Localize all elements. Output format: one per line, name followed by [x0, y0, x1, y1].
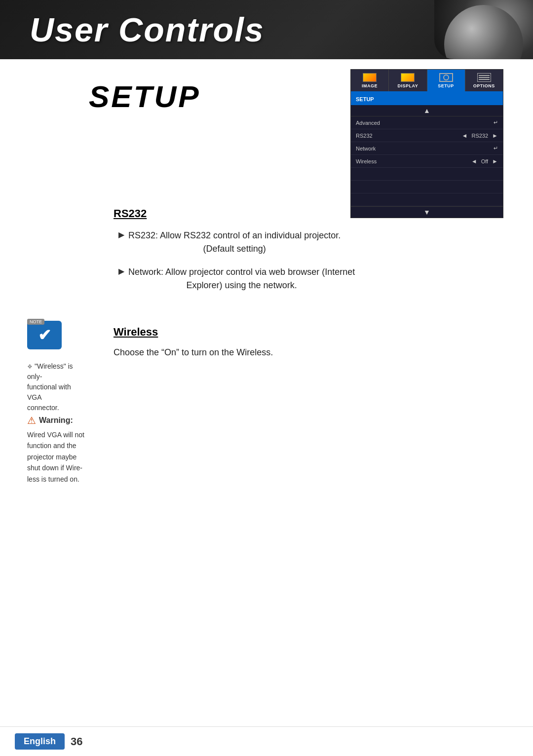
menu-item-empty-2	[351, 181, 503, 193]
menu-item-wireless-label: Wireless	[356, 158, 471, 164]
section-wireless: Wireless Choose the “On” to turn on the …	[114, 326, 503, 358]
tab-image[interactable]: IMAGE	[351, 70, 389, 91]
bullet-item-network: ▶ Network: Allow projector control via w…	[114, 265, 503, 292]
setup-tab-icon	[439, 73, 453, 82]
menu-item-advanced-label: Advanced	[356, 120, 494, 126]
note-check-icon: ✔	[38, 326, 51, 344]
rs232-arrow-left-icon: ◄	[462, 132, 468, 139]
tab-display-label: DISPLAY	[398, 83, 419, 88]
wireless-heading: Wireless	[114, 326, 503, 339]
bullet-text-rs232: RS232: Allow RS232 control of an individ…	[128, 229, 341, 256]
menu-item-rs232[interactable]: RS232 ◄ RS232 ►	[351, 129, 503, 142]
rs232-arrow-right-icon: ►	[492, 132, 498, 139]
menu-item-advanced[interactable]: Advanced ↵	[351, 116, 503, 129]
menu-item-advanced-enter: ↵	[494, 119, 498, 126]
note-text: ❖"Wireless" is only-functional with VGAc…	[27, 361, 86, 413]
menu-item-rs232-value: RS232	[471, 133, 488, 139]
bullet-arrow-rs232: ▶	[118, 230, 124, 239]
menu-up-arrow[interactable]: ▲	[351, 105, 503, 116]
footer-page-number: 36	[71, 735, 82, 748]
tab-image-label: IMAGE	[362, 83, 378, 88]
menu-item-network-enter: ↵	[494, 145, 498, 151]
options-tab-icon	[477, 73, 491, 82]
warning-text: Wired VGA will notfunction and theprojec…	[27, 429, 114, 485]
wireless-description: Choose the “On” to turn on the Wireless.	[114, 347, 273, 357]
note-badge: ✔	[27, 321, 62, 349]
menu-header-text: SETUP	[356, 96, 374, 102]
tab-setup-label: SETUP	[438, 83, 454, 88]
menu-item-network[interactable]: Network ↵	[351, 142, 503, 155]
menu-item-empty-1	[351, 168, 503, 181]
bullet-item-rs232: ▶ RS232: Allow RS232 control of an indiv…	[114, 229, 503, 256]
section-rs232: RS232 ▶ RS232: Allow RS232 control of an…	[114, 207, 503, 302]
menu-item-network-label: Network	[356, 146, 494, 151]
menu-ui: IMAGE DISPLAY SETUP OPTIONS	[350, 69, 503, 218]
menu-item-wireless-value: Off	[481, 158, 488, 164]
diamond-icon: ❖	[27, 363, 33, 370]
wireless-arrow-right-icon: ►	[492, 158, 498, 165]
rs232-heading: RS232	[114, 207, 503, 220]
lens-circle	[444, 5, 523, 59]
page-title: User Controls	[30, 10, 265, 49]
note-label: NOTE	[27, 319, 44, 325]
footer: English 36	[0, 726, 533, 756]
note-box: NOTE ✔ ❖"Wireless" is only-functional wi…	[27, 321, 86, 413]
menu-item-rs232-label: RS232	[356, 133, 462, 139]
section-setup-title: SETUP	[89, 79, 201, 114]
menu-item-empty-3	[351, 193, 503, 206]
warning-box: ⚠ Warning: Wired VGA will notfunction an…	[27, 415, 114, 485]
tab-setup[interactable]: SETUP	[427, 70, 465, 91]
note-text-content: "Wireless" is only-functional with VGAco…	[27, 362, 73, 412]
page-header: User Controls	[0, 0, 533, 59]
note-badge-wrap: NOTE ✔	[27, 321, 62, 357]
tab-display[interactable]: DISPLAY	[389, 70, 427, 91]
menu-header-row: SETUP	[351, 92, 503, 105]
tab-options[interactable]: OPTIONS	[465, 70, 503, 91]
menu-item-wireless[interactable]: Wireless ◄ Off ►	[351, 155, 503, 168]
display-tab-icon	[401, 73, 415, 82]
image-tab-icon	[363, 73, 377, 82]
lens-decoration	[434, 0, 533, 59]
tab-options-label: OPTIONS	[473, 83, 495, 88]
warning-triangle-icon: ⚠	[27, 415, 36, 426]
wireless-arrow-left-icon: ◄	[471, 158, 477, 165]
bullet-text-network: Network: Allow projector control via web…	[128, 265, 355, 292]
warning-label: Warning:	[39, 416, 73, 425]
menu-tabs: IMAGE DISPLAY SETUP OPTIONS	[351, 70, 503, 92]
bullet-arrow-network: ▶	[118, 266, 124, 276]
footer-language: English	[15, 733, 65, 750]
warning-title-row: ⚠ Warning:	[27, 415, 114, 426]
